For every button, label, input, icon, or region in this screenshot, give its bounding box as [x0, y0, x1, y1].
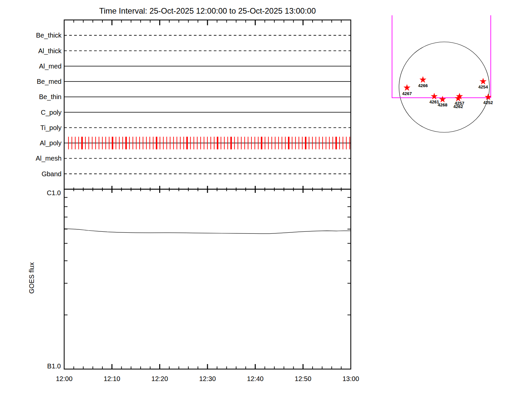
filter-row-label-Be_thin: Be_thin	[0, 93, 62, 100]
time-axis-label-1230: 12:30	[199, 375, 216, 383]
active-region-star-4254	[480, 78, 487, 84]
filter-row-label-Al_thick: Al_thick	[0, 47, 62, 55]
screenshot-root: Time Interval: 25-Oct-2025 12:00:00 to 2…	[0, 0, 532, 399]
time-axis-label-1250: 12:50	[295, 375, 311, 383]
time-axis-label-1240: 12:40	[247, 375, 264, 383]
time-axis-label-1200: 12:00	[56, 375, 72, 383]
time-axis-label-1210: 12:10	[104, 375, 120, 383]
filter-row-label-Al_med: Al_med	[0, 63, 62, 70]
filter-row-label-Al_poly: Al_poly	[0, 139, 62, 147]
plot-title: Time Interval: 25-Oct-2025 12:00:00 to 2…	[99, 6, 316, 16]
active-region-label-4267: 4267	[402, 91, 412, 96]
goes-flux-line	[64, 229, 351, 234]
filter-row-label-Be_med: Be_med	[0, 78, 62, 85]
goes-y-axis-title: GOES flux	[28, 262, 36, 294]
goes-frame	[64, 189, 351, 369]
plot-canvas	[0, 0, 532, 399]
solar-limb-circle	[399, 42, 489, 132]
xrt-timeline-panel	[64, 20, 351, 193]
solar-disk-panel	[392, 15, 491, 132]
filter-row-label-Be_thick: Be_thick	[0, 32, 62, 39]
active-region-label-4254: 4254	[478, 84, 488, 89]
filter-row-label-Gband: Gband	[0, 170, 62, 178]
goes-flux-panel	[64, 189, 351, 369]
filter-row-label-C_poly: C_poly	[0, 109, 62, 116]
active-region-label-4266: 4266	[418, 83, 428, 88]
active-region-star-4268	[439, 96, 446, 102]
filter-row-label-Ti_poly: Ti_poly	[0, 124, 62, 131]
active-region-star-4261	[431, 93, 438, 99]
active-region-label-4268: 4268	[438, 102, 447, 107]
active-region-label-4262: 4262	[454, 104, 463, 109]
time-axis-label-1300: 13:00	[342, 375, 359, 383]
time-axis-label-1220: 12:20	[151, 375, 168, 383]
active-region-star-4267	[404, 84, 411, 91]
goes-axis-bottom-label: B1.0	[0, 362, 61, 370]
active-region-label-4252: 4252	[483, 100, 493, 105]
active-region-star-4266	[420, 76, 427, 83]
filter-row-label-Al_mesh: Al_mesh	[0, 155, 62, 162]
goes-axis-top-label: C1.0	[0, 189, 61, 197]
timeline-frame	[64, 20, 351, 189]
